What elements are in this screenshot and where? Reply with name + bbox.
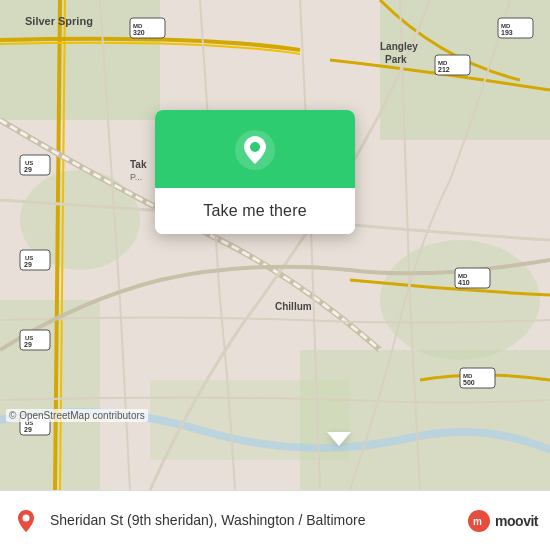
moovit-logo: m moovit — [467, 509, 538, 533]
svg-text:320: 320 — [133, 29, 145, 36]
map-container: US 29 US 29 US 29 US 29 MD 320 MD 193 MD… — [0, 0, 550, 490]
svg-text:Park: Park — [385, 54, 407, 65]
popup-arrow — [327, 432, 351, 446]
copyright-text: © OpenStreetMap contributors — [6, 409, 148, 422]
take-me-there-button[interactable]: Take me there — [155, 188, 355, 234]
footer-address-block: Sheridan St (9th sheridan), Washington /… — [50, 511, 457, 529]
location-pin-icon — [233, 128, 277, 172]
svg-text:410: 410 — [458, 279, 470, 286]
svg-text:29: 29 — [24, 166, 32, 173]
popup-card: Take me there — [155, 110, 355, 234]
footer: Sheridan St (9th sheridan), Washington /… — [0, 490, 550, 550]
svg-text:500: 500 — [463, 379, 475, 386]
svg-text:m: m — [473, 516, 482, 527]
svg-text:29: 29 — [24, 426, 32, 433]
popup-top — [155, 110, 355, 188]
moovit-icon: m — [467, 509, 491, 533]
svg-text:212: 212 — [438, 66, 450, 73]
svg-text:29: 29 — [24, 341, 32, 348]
svg-text:193: 193 — [501, 29, 513, 36]
svg-text:Chillum: Chillum — [275, 301, 312, 312]
svg-text:Silver Spring: Silver Spring — [25, 15, 93, 27]
footer-location-icon — [12, 507, 40, 535]
svg-text:29: 29 — [24, 261, 32, 268]
svg-text:P...: P... — [130, 172, 142, 182]
svg-point-6 — [380, 240, 540, 360]
svg-point-43 — [23, 514, 30, 521]
svg-text:Tak: Tak — [130, 159, 147, 170]
svg-rect-3 — [0, 300, 100, 490]
svg-point-42 — [250, 142, 260, 152]
svg-text:Langley: Langley — [380, 41, 418, 52]
footer-address: Sheridan St (9th sheridan), Washington /… — [50, 511, 457, 529]
moovit-text: moovit — [495, 513, 538, 529]
